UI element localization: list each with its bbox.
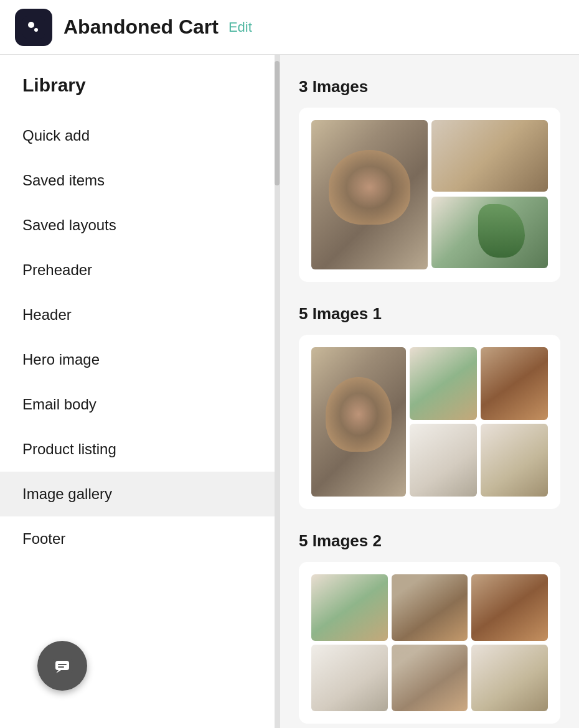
scrollbar-thumb <box>275 61 280 185</box>
chat-button[interactable] <box>37 641 87 691</box>
image-bouquet-left <box>311 120 428 269</box>
sidebar-item-email-body[interactable]: Email body <box>0 382 280 427</box>
grid-3-images <box>311 120 548 269</box>
section-title-3-images: 3 Images <box>299 77 560 96</box>
sidebar-item-saved-items[interactable]: Saved items <box>0 158 280 203</box>
sidebar: Library Quick add Saved items Saved layo… <box>0 55 280 728</box>
grid-card-5-images-1[interactable] <box>299 335 560 509</box>
image-wall-top-right <box>431 120 548 192</box>
grid-5-images-1 <box>311 347 548 497</box>
header: Abandoned Cart Edit <box>0 0 579 55</box>
main-container: Library Quick add Saved items Saved layo… <box>0 55 579 728</box>
sidebar-item-image-gallery[interactable]: Image gallery <box>0 472 280 516</box>
image-main-bouquet <box>311 347 406 497</box>
section-5-images-1: 5 Images 1 <box>299 304 560 509</box>
image-bouquet-sm <box>392 574 468 641</box>
sidebar-item-footer[interactable]: Footer <box>0 516 280 561</box>
section-3-images: 3 Images <box>299 77 560 282</box>
image-macrame-sm <box>471 645 548 711</box>
sidebar-item-quick-add[interactable]: Quick add <box>0 113 280 158</box>
image-plants-1 <box>311 574 388 641</box>
sidebar-item-saved-layouts[interactable]: Saved layouts <box>0 203 280 248</box>
image-plants-top-right <box>410 347 477 420</box>
content-area: 3 Images 5 Images 1 <box>280 55 579 728</box>
grid-card-5-images-2[interactable] <box>299 562 560 724</box>
image-frame-sm <box>311 645 388 711</box>
svg-rect-4 <box>55 661 69 670</box>
grid-5-images-2 <box>311 574 548 711</box>
image-brown-sm <box>471 574 548 641</box>
sidebar-item-hero-image[interactable]: Hero image <box>0 337 280 382</box>
svg-rect-7 <box>58 666 64 668</box>
image-macrame-bottom-right <box>481 424 548 497</box>
image-plants-bottom-right <box>431 197 548 268</box>
sidebar-item-header[interactable]: Header <box>0 292 280 337</box>
section-title-5-images-1: 5 Images 1 <box>299 304 560 324</box>
sidebar-item-product-listing[interactable]: Product listing <box>0 427 280 472</box>
scrollbar <box>275 55 280 728</box>
sidebar-item-preheader[interactable]: Preheader <box>0 248 280 292</box>
logo-icon <box>15 9 52 46</box>
section-title-5-images-2: 5 Images 2 <box>299 531 560 551</box>
edit-button[interactable]: Edit <box>228 19 252 35</box>
svg-point-2 <box>34 28 38 32</box>
grid-card-3-images[interactable] <box>299 108 560 282</box>
image-bouquet-sm-2 <box>392 645 468 711</box>
svg-rect-6 <box>58 664 67 665</box>
svg-rect-0 <box>22 16 45 39</box>
image-frame-bottom-left <box>410 424 477 497</box>
image-brown-top-right <box>481 347 548 420</box>
section-5-images-2: 5 Images 2 <box>299 531 560 724</box>
svg-point-1 <box>28 22 34 28</box>
page-title: Abandoned Cart <box>64 16 219 39</box>
library-title: Library <box>0 55 280 113</box>
